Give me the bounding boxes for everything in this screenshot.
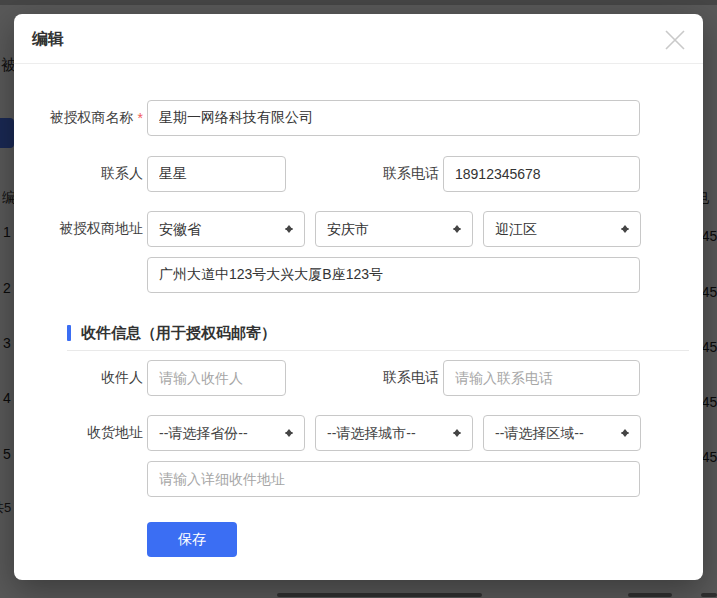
select-arrows-icon: [284, 212, 294, 246]
contact-label-text: 联系人: [101, 165, 143, 183]
mail-section-header: 收件信息（用于授权码邮寄）: [67, 322, 276, 344]
recipient-phone-label: 联系电话: [294, 360, 439, 396]
select-arrows-icon: [452, 212, 462, 246]
shipping-district-select[interactable]: --请选择区域--: [483, 415, 641, 451]
district-select[interactable]: 迎江区: [483, 211, 641, 247]
phone-input[interactable]: [443, 156, 640, 192]
dialog-header: 编辑: [14, 14, 703, 64]
section-divider: [67, 350, 689, 351]
required-mark: *: [138, 110, 143, 126]
select-arrows-icon: [620, 416, 630, 450]
select-arrows-icon: [620, 212, 630, 246]
shipping-province-select[interactable]: --请选择省份--: [147, 415, 305, 451]
dialog-title: 编辑: [32, 14, 64, 63]
select-arrows-icon: [284, 416, 294, 450]
phone-label-text: 联系电话: [383, 165, 439, 183]
shipping-district-select-value: --请选择区域--: [495, 425, 584, 441]
recipient-label-text: 收件人: [101, 369, 143, 387]
select-arrows-icon: [452, 416, 462, 450]
contact-label: 联系人: [14, 156, 143, 192]
shipping-address-label: 收货地址: [14, 415, 143, 451]
merchant-name-label-text: 被授权商名称: [50, 109, 134, 127]
recipient-phone-label-text: 联系电话: [383, 369, 439, 387]
merchant-name-input[interactable]: [147, 100, 640, 136]
close-icon[interactable]: [663, 28, 687, 52]
shipping-province-select-value: --请选择省份--: [159, 425, 248, 441]
province-select-value: 安徽省: [159, 221, 201, 237]
shipping-address-label-text: 收货地址: [87, 424, 143, 442]
city-select[interactable]: 安庆市: [315, 211, 473, 247]
phone-label: 联系电话: [294, 156, 439, 192]
merchant-address-detail-input[interactable]: [147, 257, 640, 293]
shipping-address-detail-input[interactable]: [147, 461, 640, 497]
contact-input[interactable]: [147, 156, 286, 192]
merchant-address-label: 被授权商地址: [14, 211, 143, 247]
shipping-city-select-value: --请选择城市--: [327, 425, 416, 441]
city-select-value: 安庆市: [327, 221, 369, 237]
save-button[interactable]: 保存: [147, 522, 237, 557]
edit-dialog: 编辑 被授权商名称 * 联系人 联系电话 被授权商地址 安徽省 安庆市 迎江区: [14, 14, 703, 580]
recipient-label: 收件人: [14, 360, 143, 396]
province-select[interactable]: 安徽省: [147, 211, 305, 247]
mail-section-title: 收件信息（用于授权码邮寄）: [81, 324, 276, 343]
recipient-input[interactable]: [147, 360, 286, 396]
shipping-city-select[interactable]: --请选择城市--: [315, 415, 473, 451]
section-accent-bar: [67, 325, 71, 341]
recipient-phone-input[interactable]: [443, 360, 640, 396]
merchant-name-label: 被授权商名称 *: [14, 100, 143, 136]
merchant-address-label-text: 被授权商地址: [59, 220, 143, 238]
district-select-value: 迎江区: [495, 221, 537, 237]
